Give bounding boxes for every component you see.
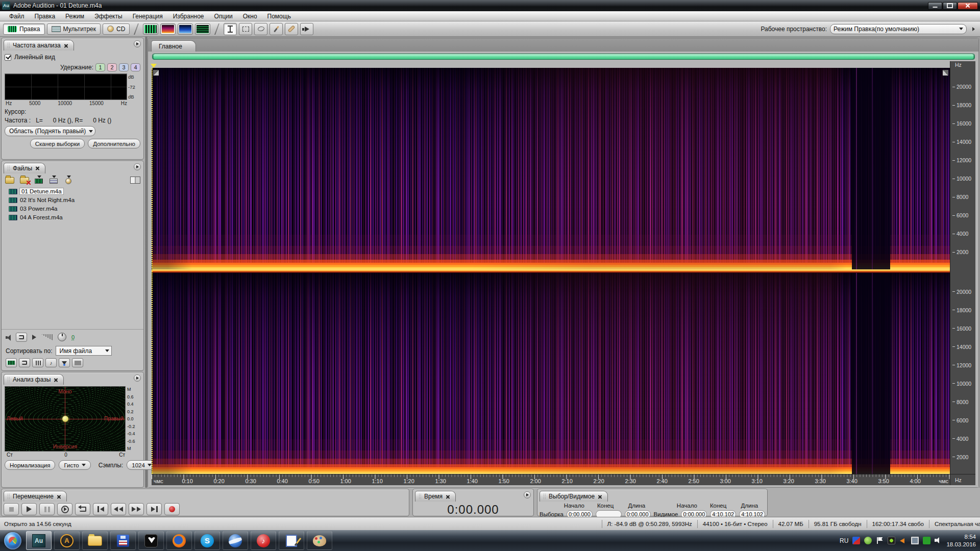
taskbar-item-itunes[interactable]: ♪ xyxy=(251,531,276,550)
close-file-button[interactable] xyxy=(19,176,30,184)
play-button[interactable] xyxy=(21,503,37,515)
spectral-pan-button[interactable] xyxy=(178,23,193,35)
autoplay-speaker-icon[interactable] xyxy=(6,335,11,340)
tab-phase-analysis[interactable]: Анализ фазы xyxy=(4,374,64,385)
file-list-item[interactable]: 03 Power.m4a xyxy=(9,205,143,213)
panel-menu-button[interactable] xyxy=(134,40,141,47)
marquee-selection-tool[interactable] xyxy=(239,23,252,35)
file-list-item[interactable]: 02 It's Not Right.m4a xyxy=(9,196,143,205)
taskbar-item-explorer[interactable] xyxy=(82,531,108,550)
show-full-path-toggle[interactable] xyxy=(72,358,83,367)
preview-volume-knob[interactable] xyxy=(58,333,66,341)
file-list-item[interactable]: 04 A Forest.m4a xyxy=(9,213,143,222)
tab-files[interactable]: Файлы xyxy=(4,163,45,173)
spectral-phase-button[interactable] xyxy=(195,23,210,35)
sort-select[interactable]: Имя файла xyxy=(56,346,112,356)
insert-into-cd-button[interactable] xyxy=(64,176,74,184)
waveform-display-button[interactable] xyxy=(143,23,158,35)
play-from-cursor-button[interactable] xyxy=(57,503,72,515)
scroll-handle-left[interactable] xyxy=(153,70,159,76)
preview-play-button[interactable] xyxy=(32,335,36,340)
taskbar-item-skype[interactable]: S xyxy=(194,531,220,550)
torrent-tray-icon[interactable] xyxy=(923,537,930,544)
scroll-handle-right[interactable] xyxy=(943,70,948,76)
panel-menu-button[interactable] xyxy=(134,163,141,170)
scan-selection-button[interactable]: Сканер выборки xyxy=(30,139,85,148)
taskbar-item-aimp[interactable]: A xyxy=(54,531,80,550)
start-button[interactable] xyxy=(4,532,21,549)
go-to-start-button[interactable] xyxy=(93,503,108,515)
play-looped-button[interactable] xyxy=(75,503,90,515)
taskbar-item-firefox[interactable] xyxy=(166,531,192,550)
close-icon[interactable] xyxy=(54,378,58,382)
hold-button[interactable]: 4 xyxy=(131,63,140,71)
close-icon[interactable] xyxy=(598,494,602,499)
advanced-button[interactable]: Дополнительно xyxy=(88,139,140,148)
language-indicator[interactable]: RU xyxy=(840,537,848,544)
hold-button[interactable]: 1 xyxy=(95,63,105,71)
menu-item[interactable]: Эффекты xyxy=(89,12,128,21)
edit-view-button[interactable]: Правка xyxy=(3,23,45,35)
go-to-end-button[interactable] xyxy=(146,503,162,515)
spectrogram-left-channel[interactable] xyxy=(152,68,950,269)
menu-item[interactable]: Режим xyxy=(60,12,89,21)
linear-view-checkbox[interactable] xyxy=(5,54,11,61)
tab-frequency-analysis[interactable]: Частота анализа xyxy=(4,40,74,51)
clock[interactable]: 8:54 18.03.2016 xyxy=(946,533,976,548)
show-video-files-toggle[interactable] xyxy=(32,358,43,367)
effects-paintbrush-tool[interactable] xyxy=(270,23,283,35)
cd-view-button[interactable]: CD xyxy=(103,23,130,35)
menu-item[interactable]: Помощь xyxy=(262,12,296,21)
taskbar-item-foobar2000[interactable] xyxy=(138,531,164,550)
workspace-select[interactable]: Режим Правка(по умолчанию) xyxy=(830,24,967,34)
close-button[interactable] xyxy=(958,2,978,10)
taskbar-item-google-earth[interactable] xyxy=(223,531,248,550)
gpu-settings-tray-icon[interactable] xyxy=(888,537,895,544)
antivirus-tray-icon[interactable] xyxy=(864,537,872,544)
toolbar-overflow-button[interactable] xyxy=(970,24,977,34)
lasso-selection-tool[interactable] xyxy=(254,23,267,35)
pause-button[interactable] xyxy=(39,503,55,515)
close-icon[interactable] xyxy=(35,166,40,170)
menu-item[interactable]: Опции xyxy=(209,12,238,21)
histogram-dropdown[interactable]: Гисто xyxy=(59,460,90,470)
preview-volume-icon[interactable] xyxy=(41,334,53,340)
time-ruler[interactable]: чмс 0:100:200:300:400:501:001:101:201:30… xyxy=(152,474,950,485)
taskbar-item-file-manager[interactable] xyxy=(110,531,136,550)
menu-item[interactable]: Избранное xyxy=(168,12,209,21)
panel-grip[interactable] xyxy=(7,493,10,499)
frequency-graph[interactable] xyxy=(5,73,127,100)
spectrogram-right-channel[interactable] xyxy=(152,273,950,474)
close-icon[interactable] xyxy=(57,494,61,499)
tab-main[interactable]: Главное xyxy=(151,40,196,52)
menu-item[interactable]: Генерация xyxy=(128,12,168,21)
normalize-button[interactable]: Нормализация xyxy=(5,460,55,470)
panel-grip[interactable] xyxy=(419,493,421,499)
close-icon[interactable] xyxy=(446,494,450,499)
tab-transport[interactable]: Перемещение xyxy=(4,491,67,502)
channel-divider[interactable] xyxy=(152,269,950,273)
preview-volume-value[interactable]: 0 xyxy=(71,334,75,340)
tab-time[interactable]: Время xyxy=(415,491,456,502)
phase-scope[interactable]: Моно Левый Правый Инверсия xyxy=(5,386,126,452)
spectral-frequency-button[interactable] xyxy=(160,23,176,35)
panel-grip[interactable] xyxy=(7,377,10,383)
file-list-item[interactable]: 01 Detune.m4a xyxy=(9,187,143,196)
hold-button[interactable]: 3 xyxy=(119,63,129,71)
time-selection-tool[interactable] xyxy=(224,23,237,35)
frequency-scale[interactable]: Hz 2000018000160001400012000100008000600… xyxy=(950,61,975,485)
playhead-strip[interactable] xyxy=(152,61,950,68)
taskbar-item-notepad[interactable] xyxy=(279,531,304,550)
insert-into-session-button[interactable] xyxy=(49,176,59,184)
loop-playback-button[interactable] xyxy=(16,333,27,342)
spot-healing-brush-tool[interactable] xyxy=(285,23,298,35)
zoom-navigation-bar[interactable] xyxy=(152,54,975,60)
maximize-button[interactable] xyxy=(943,2,957,10)
hold-button[interactable]: 2 xyxy=(107,63,117,71)
insert-into-multitrack-button[interactable] xyxy=(34,176,44,184)
menu-item[interactable]: Правка xyxy=(30,12,61,21)
taskbar-item-paint[interactable] xyxy=(307,531,332,550)
range-dropdown[interactable]: Область (Поднять правый) xyxy=(5,126,95,136)
panel-grip[interactable] xyxy=(7,42,10,48)
network-tray-icon[interactable] xyxy=(911,537,919,544)
